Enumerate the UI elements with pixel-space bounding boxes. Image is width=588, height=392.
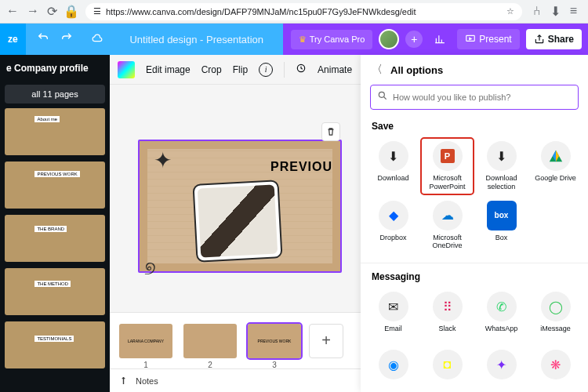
option-label: Dropbox [379, 234, 406, 249]
search-input[interactable] [393, 93, 572, 102]
messaging-option[interactable]: ❋ [529, 347, 582, 392]
option-icon: ✦ [487, 350, 517, 379]
filmstrip-thumb[interactable]: LARANA COMPANY [119, 324, 172, 358]
option-icon: ✆ [487, 292, 517, 321]
tune-icon: ☰ [93, 6, 101, 16]
option-icon: ◯ [541, 292, 571, 321]
save-option[interactable]: ◆Dropbox [367, 198, 419, 254]
option-icon: P [433, 141, 463, 171]
slide[interactable]: PREVIOU ୭ [138, 140, 342, 273]
notes-icon[interactable]: 🠕 [119, 376, 128, 386]
save-option[interactable]: ☁Microsoft OneDrive [421, 198, 474, 254]
save-option[interactable]: Google Drive [529, 138, 582, 194]
cloud-sync-icon[interactable] [84, 32, 111, 46]
option-icon: ◘ [433, 350, 463, 379]
share-panel: 〈 All options Save ⬇DownloadPMicrosoft P… [361, 55, 588, 392]
app-bar: ze Untitled design - Presentation ♛Try C… [0, 24, 588, 55]
swirl-icon: ୭ [144, 257, 156, 279]
download-icon[interactable]: ⬇ [550, 4, 561, 19]
page-number: 3 [272, 361, 277, 369]
filmstrip-thumb[interactable] [183, 324, 237, 358]
color-picker[interactable] [118, 61, 135, 78]
option-icon: box [487, 201, 517, 230]
option-icon: ◉ [379, 350, 408, 379]
option-label: Google Drive [535, 174, 576, 190]
forward-icon[interactable]: → [27, 4, 39, 19]
browser-right-icons: ⑃ ⬇ ≡ [528, 4, 582, 19]
add-page-button[interactable]: + [309, 324, 343, 358]
option-icon: ❋ [541, 350, 571, 379]
share-button[interactable]: Share [526, 29, 582, 49]
sidebar-thumb[interactable]: About me [5, 108, 105, 155]
reload-icon[interactable]: ⟳ [47, 4, 57, 19]
messaging-option[interactable]: ◘ [421, 347, 474, 392]
save-option[interactable]: ⬇Download [367, 138, 419, 194]
option-label: Download selection [475, 174, 528, 191]
url-text: https://www.canva.com/design/DAFP79MNJaM… [106, 7, 502, 16]
divider [361, 263, 588, 263]
page-number: 1 [143, 361, 148, 369]
save-option[interactable]: PMicrosoft PowerPoint [421, 138, 474, 194]
present-button[interactable]: Present [457, 29, 519, 49]
photo [198, 184, 278, 257]
browser-chrome: ← → ⟳ 🔒 ☰ https://www.canva.com/design/D… [0, 0, 588, 24]
save-option[interactable]: ⬇Download selection [475, 138, 528, 194]
crop-button[interactable]: Crop [201, 64, 222, 75]
insights-icon[interactable] [429, 28, 451, 50]
photo-frame[interactable] [192, 180, 282, 263]
messaging-option[interactable]: ✉Email [367, 289, 419, 343]
option-label: iMessage [540, 325, 571, 340]
slide-title: PREVIOU [270, 160, 332, 174]
option-label: Microsoft PowerPoint [421, 174, 474, 191]
animate-button[interactable]: Animate [318, 64, 352, 75]
back-icon[interactable]: 〈 [372, 63, 383, 77]
flip-button[interactable]: Flip [233, 64, 248, 75]
add-member-button[interactable]: + [405, 31, 423, 48]
all-pages-button[interactable]: all 11 pages [5, 85, 105, 103]
option-icon [541, 141, 571, 171]
right-bar: ♛Try Canva Pro + Present Share [283, 24, 588, 55]
sidebar-thumb[interactable]: THE METHOD [5, 268, 105, 315]
option-icon: ◆ [379, 201, 408, 230]
option-label: Email [384, 325, 402, 340]
doc-title[interactable]: Untitled design - Presentation [129, 34, 263, 45]
option-icon: ⬇ [379, 141, 408, 171]
option-label: Box [495, 234, 508, 249]
messaging-option[interactable]: ✆WhatsApp [475, 289, 528, 343]
undo-icon[interactable] [37, 31, 49, 47]
delete-button[interactable] [321, 122, 340, 141]
option-label: Download [377, 174, 408, 190]
back-icon[interactable]: ← [6, 4, 19, 19]
resize-button[interactable]: ze [0, 24, 26, 55]
bookmark-icon[interactable]: ☆ [506, 6, 514, 16]
svg-point-2 [379, 92, 384, 97]
sidebar-thumb[interactable]: PREVIOUS WORK [5, 162, 105, 209]
notes-button[interactable]: Notes [136, 376, 158, 386]
avatar[interactable] [379, 29, 399, 49]
url-bar[interactable]: ☰ https://www.canva.com/design/DAFP79MNJ… [85, 3, 522, 20]
panel-header: 〈 All options [361, 55, 588, 85]
messaging-option[interactable]: ✦ [475, 347, 528, 392]
save-option[interactable]: boxBox [475, 198, 528, 254]
messaging-option[interactable]: ⠿Slack [421, 289, 474, 343]
redo-icon[interactable] [60, 31, 73, 47]
messaging-option[interactable]: ◯iMessage [529, 289, 582, 343]
menu-icon[interactable]: ≡ [570, 4, 577, 19]
crown-icon: ♛ [299, 34, 307, 45]
divider [284, 62, 285, 78]
ext-icon[interactable]: ⑃ [533, 4, 541, 19]
option-label: Slack [438, 325, 456, 340]
edit-image-button[interactable]: Edit image [146, 64, 191, 75]
sparkle-icon [154, 147, 177, 171]
try-pro-button[interactable]: ♛Try Canva Pro [291, 30, 373, 49]
sidebar-thumb[interactable]: TESTIMONIALS [5, 321, 105, 368]
messaging-option[interactable]: ◉ [367, 347, 419, 392]
page-number: 2 [208, 361, 212, 369]
option-label: Microsoft OneDrive [421, 234, 474, 251]
option-icon: ☁ [433, 201, 463, 230]
search-icon [377, 90, 388, 104]
sidebar-thumb[interactable]: THE BRAND [5, 215, 105, 262]
publish-search[interactable] [370, 85, 579, 110]
info-icon[interactable]: i [259, 63, 273, 77]
filmstrip-thumb[interactable]: PREVIOUS WORK [248, 324, 301, 358]
